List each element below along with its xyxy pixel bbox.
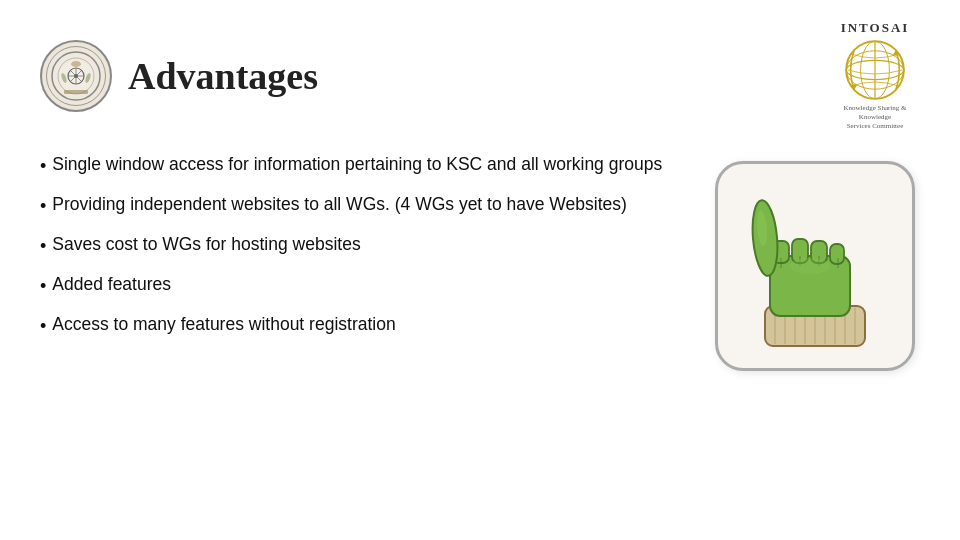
bullet-text: Saves cost to WGs for hosting websites	[52, 231, 680, 261]
bullet-text: Added features	[52, 271, 680, 301]
thumbs-up-area	[710, 161, 920, 371]
svg-point-9	[60, 72, 67, 83]
bullet-dot: •	[40, 233, 46, 261]
emblem-inner	[46, 46, 106, 106]
svg-rect-11	[64, 90, 88, 94]
slide: Advantages INTOSAI	[0, 0, 960, 540]
svg-point-8	[71, 61, 81, 67]
bullet-dot: •	[40, 193, 46, 221]
intosai-label: INTOSAI	[841, 20, 910, 36]
bullet-text: Providing independent websites to all WG…	[52, 191, 680, 221]
bullet-dot: •	[40, 313, 46, 341]
bullet-dot: •	[40, 153, 46, 181]
page-title: Advantages	[128, 54, 318, 98]
intosai-subtitle: Knowledge Sharing & Knowledge Services C…	[830, 104, 920, 131]
header: Advantages INTOSAI	[40, 20, 920, 131]
india-emblem	[40, 40, 112, 112]
globe-icon	[843, 38, 907, 102]
svg-rect-33	[830, 244, 844, 264]
header-left: Advantages	[40, 40, 318, 112]
intosai-logo: INTOSAI	[830, 20, 920, 131]
bullet-list: • Single window access for information p…	[40, 151, 680, 340]
list-item: • Providing independent websites to all …	[40, 191, 680, 221]
bullet-text: Single window access for information per…	[52, 151, 680, 181]
thumbs-up-icon	[735, 176, 895, 356]
list-item: • Added features	[40, 271, 680, 301]
list-item: • Single window access for information p…	[40, 151, 680, 181]
bullet-text: Access to many features without registra…	[52, 311, 680, 341]
thumbs-up-box	[715, 161, 915, 371]
list-item: • Access to many features without regist…	[40, 311, 680, 341]
bullet-dot: •	[40, 273, 46, 301]
emblem-svg	[50, 50, 102, 102]
list-item: • Saves cost to WGs for hosting websites	[40, 231, 680, 261]
bullet-section: • Single window access for information p…	[40, 151, 690, 350]
svg-point-40	[790, 258, 830, 274]
main-content: • Single window access for information p…	[40, 151, 920, 371]
svg-point-10	[84, 72, 91, 83]
